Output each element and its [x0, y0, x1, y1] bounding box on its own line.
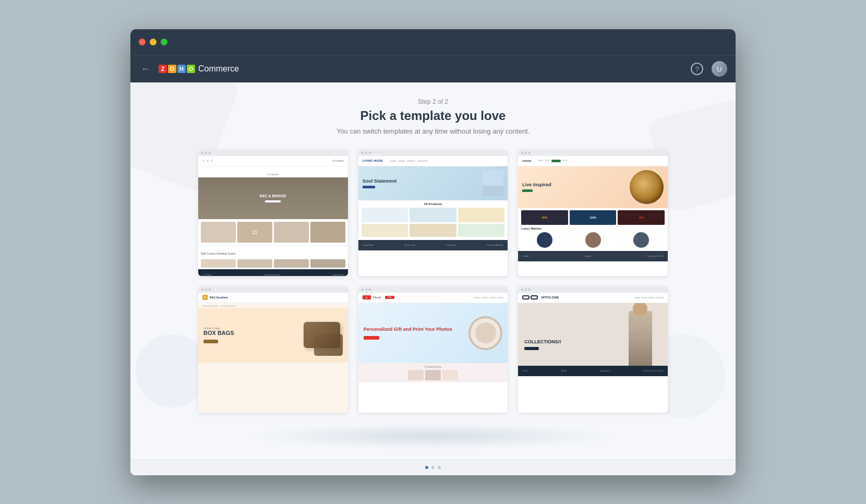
bottom-bar	[130, 460, 736, 475]
back-button[interactable]: ←	[139, 62, 152, 77]
traffic-light-maximize[interactable]	[161, 39, 167, 45]
app-header: ← Z O H O Commerce ? U	[130, 55, 736, 82]
watch-hero-title: Live Inspired	[522, 182, 627, 188]
zoho-o: O	[168, 65, 176, 73]
optics-hero: COLLECTIONS!!	[518, 303, 668, 366]
zoho-h: H	[177, 65, 186, 73]
living-products-row1	[358, 208, 508, 222]
optics-title: COLLECTIONS!!	[524, 339, 561, 344]
living-prod2	[410, 224, 456, 237]
prod-item	[310, 222, 345, 243]
template-preview-living: LIVING MODE Soul Statement	[358, 156, 508, 276]
win-dot	[362, 152, 364, 154]
bag-nav2	[198, 303, 348, 308]
page-dot-1[interactable]	[425, 466, 428, 469]
wedding-products: B&RNOW	[198, 219, 348, 245]
bag-hero: Urban Fawn BOX BAGS	[198, 308, 348, 363]
title-bar	[130, 29, 736, 55]
optics-footer: Home About Categories Terms and Conditio…	[518, 366, 668, 376]
gift-nav-links	[474, 297, 503, 298]
optics-logo-area	[522, 295, 538, 299]
gift-logo: G	[363, 295, 371, 299]
living-hero-img	[483, 170, 503, 196]
bag-hero-text: Urban Fawn BOX BAGS	[203, 327, 297, 343]
win-dot	[209, 152, 211, 154]
prod-item: B&RNOW	[237, 222, 272, 243]
optics-btn	[524, 347, 539, 350]
bag-logo-icon: B	[202, 295, 208, 300]
template-card-watch[interactable]: mastyx Live Inspired	[518, 150, 668, 276]
wedding-hero-btn	[265, 200, 281, 202]
win-dot	[201, 152, 203, 154]
template-card-gift[interactable]: G GFood NEW	[358, 286, 508, 413]
gift-nav: G GFood NEW	[358, 293, 508, 303]
win-dot	[362, 289, 364, 291]
watch-section: Luxury Watches	[518, 226, 668, 231]
thumb	[237, 259, 272, 268]
living-products-row2	[358, 222, 508, 237]
watch-img	[630, 170, 664, 204]
page-dot-2[interactable]	[431, 466, 435, 469]
prod-item	[201, 222, 236, 243]
watch-prod3	[633, 232, 649, 248]
living-prod2	[362, 224, 408, 237]
template-preview-watch: mastyx Live Inspired	[518, 156, 668, 276]
living-prod2	[458, 224, 505, 237]
watch-prod2	[585, 232, 601, 248]
zoho-logo: Z O H O	[159, 65, 195, 73]
template-card-bag[interactable]: B BAG Sunshine Urban Fawn BOX BAGS	[198, 286, 348, 413]
card-window-bar	[518, 286, 668, 293]
watch-btn	[522, 189, 533, 192]
desktop-window: ← Z O H O Commerce ? U St	[130, 29, 736, 475]
card-window-bar	[358, 150, 508, 156]
gift-hero-img	[468, 316, 502, 350]
bag-nav: B BAG Sunshine	[198, 293, 348, 303]
template-card-wedding[interactable]: e-Custom e-Custom BEC & BRIDGE B&RNOW	[198, 150, 348, 276]
main-content: Step 2 of 2 Pick a template you love You…	[130, 82, 736, 460]
win-dot	[521, 289, 523, 291]
avatar-inner: U	[712, 61, 727, 77]
win-dot	[209, 289, 211, 291]
gift-hero-text: Personalized Gift and Print Your Photos	[364, 326, 464, 340]
template-card-living[interactable]: LIVING MODE Soul Statement	[358, 150, 508, 276]
living-hero-text: Soul Statement	[363, 178, 479, 188]
win-dot	[528, 289, 531, 291]
help-icon[interactable]: ?	[691, 63, 703, 75]
gift-trending-label: Trending Items	[363, 365, 504, 368]
watch-hero-text: Live Inspired	[522, 182, 627, 193]
optics-person-head	[633, 303, 647, 316]
watch-hero: Live Inspired	[518, 166, 668, 208]
thumb	[310, 259, 345, 268]
win-dot	[369, 289, 371, 291]
watch-prod1	[537, 232, 552, 248]
living-nav-links	[390, 160, 428, 162]
template-card-optics[interactable]: OPTICS ZONE	[518, 286, 668, 413]
avatar[interactable]: U	[712, 61, 727, 77]
card-window-bar	[198, 286, 348, 293]
watch-promo3: 40%	[618, 210, 665, 225]
living-shop-btn	[363, 186, 375, 188]
template-preview-wedding: e-Custom e-Custom BEC & BRIDGE B&RNOW	[198, 156, 348, 276]
win-dot	[365, 152, 367, 154]
watch-nav: mastyx	[518, 156, 668, 166]
template-grid: e-Custom e-Custom BEC & BRIDGE B&RNOW	[198, 150, 668, 413]
gift-trending-items	[363, 370, 504, 380]
living-prod	[410, 208, 456, 222]
optics-hero-text: COLLECTIONS!!	[524, 339, 561, 350]
traffic-light-close[interactable]	[139, 39, 146, 45]
win-dot	[521, 152, 523, 154]
prod-item	[274, 222, 309, 243]
thumb	[201, 259, 236, 268]
bag-btn	[203, 340, 218, 343]
living-nav: LIVING MODE	[358, 156, 508, 166]
zoho-o2: O	[187, 65, 195, 73]
pagination	[425, 466, 441, 469]
page-subtitle: You can switch templates at any time wit…	[141, 127, 725, 135]
wedding-hero-text: BEC & BRIDGE	[260, 194, 286, 198]
traffic-light-minimize[interactable]	[150, 39, 157, 45]
page-dot-3[interactable]	[438, 466, 441, 469]
watch-products	[518, 231, 668, 249]
gift-trending: Trending Items	[358, 363, 508, 382]
win-dot	[365, 289, 367, 291]
logo-area: Z O H O Commerce	[159, 64, 239, 74]
